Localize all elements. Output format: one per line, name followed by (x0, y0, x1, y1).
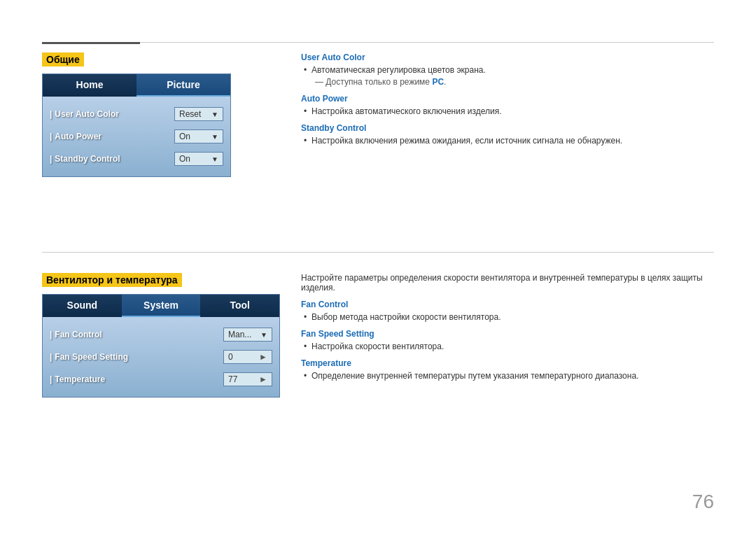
desc-standby-heading: Standby Control (301, 123, 714, 133)
desc-temperature-bullet: Определение внутренней температуры путем… (301, 371, 714, 381)
label-temperature: Temperature (50, 374, 223, 384)
general-panel-body: User Auto Color Reset ▼ Auto Power On ▼ … (43, 97, 230, 176)
section-fan: Вентилятор и температура Sound System To… (42, 273, 280, 398)
mid-divider (42, 252, 714, 253)
desc-standby-bullet: Настройка включения режима ожидания, есл… (301, 136, 714, 146)
row-standby-control: Standby Control On ▼ (43, 148, 230, 169)
control-fan-speed-text: 0 (228, 352, 256, 362)
desc-fan-speed-bullet: Настройка скорости вентилятора. (301, 342, 714, 351)
row-fan-speed: Fan Speed Setting 0 ► (43, 346, 279, 367)
control-fan-speed[interactable]: 0 ► (223, 350, 272, 364)
control-fan-control-text: Man... (228, 330, 258, 339)
row-user-auto-color: User Auto Color Reset ▼ (43, 104, 230, 125)
desc-auto-power-heading: Auto Power (301, 94, 714, 104)
desc-user-auto-color-bullet: Автоматическая регулировка цветов экрана… (301, 65, 714, 75)
control-auto-power[interactable]: On ▼ (174, 129, 223, 143)
label-auto-power: Auto Power (50, 132, 174, 141)
stepper-arrow-temperature: ► (259, 374, 267, 384)
control-reset[interactable]: Reset ▼ (174, 107, 223, 121)
tab-sound[interactable]: Sound (43, 295, 122, 317)
general-panel-header: Home Picture (43, 74, 230, 97)
fan-panel-header: Sound System Tool (43, 295, 279, 317)
desc-fan-speed-heading: Fan Speed Setting (301, 329, 714, 339)
desc-fan-control-bullet: Выбор метода настройки скорости вентилят… (301, 312, 714, 322)
desc-user-auto-color-heading: User Auto Color (301, 52, 714, 62)
page-number: 76 (692, 491, 714, 513)
control-standby[interactable]: On ▼ (174, 152, 223, 166)
top-divider-accent (42, 42, 140, 44)
desc-general: User Auto Color Автоматическая регулиров… (301, 52, 714, 148)
desc-user-auto-color-sub: Доступна только в режиме PC. (301, 77, 714, 87)
desc-auto-power-bullet: Настройка автоматического включения изде… (301, 106, 714, 116)
label-fan-control: Fan Control (50, 330, 223, 339)
control-fan-control[interactable]: Man... ▼ (223, 328, 272, 342)
row-temperature: Temperature 77 ► (43, 369, 279, 390)
desc-fan-control-heading: Fan Control (301, 300, 714, 309)
dropdown-arrow-reset: ▼ (211, 111, 218, 118)
stepper-arrow-fan-speed: ► (259, 352, 267, 362)
control-temperature[interactable]: 77 ► (223, 372, 272, 386)
dropdown-arrow-fan-control: ▼ (260, 331, 267, 339)
tab-picture[interactable]: Picture (136, 74, 230, 97)
tab-tool[interactable]: Tool (200, 295, 279, 317)
control-temperature-text: 77 (228, 374, 256, 384)
fan-panel: Sound System Tool Fan Control Man... ▼ F… (42, 294, 280, 398)
top-divider (42, 42, 714, 43)
section-general-title: Общие (42, 52, 84, 66)
fan-panel-body: Fan Control Man... ▼ Fan Speed Setting 0… (43, 317, 279, 397)
control-reset-text: Reset (179, 109, 209, 119)
control-auto-power-text: On (179, 132, 209, 141)
row-auto-power: Auto Power On ▼ (43, 126, 230, 147)
section-general: Общие Home Picture User Auto Color Reset… (42, 52, 231, 177)
desc-fan: Настройте параметры определения скорости… (301, 273, 714, 383)
label-standby-control: Standby Control (50, 154, 174, 164)
control-standby-text: On (179, 154, 209, 164)
dropdown-arrow-auto-power: ▼ (211, 133, 218, 141)
fan-intro: Настройте параметры определения скорости… (301, 273, 714, 293)
dropdown-arrow-standby: ▼ (211, 155, 218, 163)
tab-home[interactable]: Home (43, 74, 136, 97)
tab-system[interactable]: System (122, 295, 201, 317)
row-fan-control: Fan Control Man... ▼ (43, 324, 279, 345)
desc-temperature-heading: Temperature (301, 358, 714, 368)
section-fan-title: Вентилятор и температура (42, 273, 182, 287)
label-fan-speed: Fan Speed Setting (50, 352, 223, 362)
label-user-auto-color: User Auto Color (50, 109, 174, 119)
general-panel: Home Picture User Auto Color Reset ▼ Aut… (42, 73, 231, 177)
